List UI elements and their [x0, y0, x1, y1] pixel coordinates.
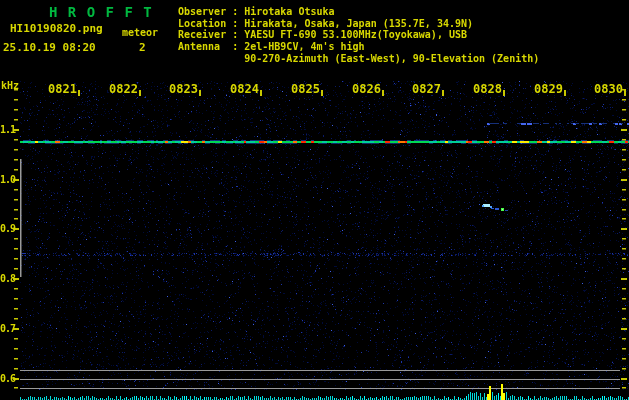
- meteor-count-label: meteor: [122, 28, 158, 38]
- freq-axis-label-1.1: 1.1: [0, 125, 14, 135]
- time-axis-label-0823: 0823: [166, 83, 198, 95]
- time-axis-label-0826: 0826: [349, 83, 381, 95]
- freq-axis-label-0.7: 0.7: [0, 324, 14, 334]
- freq-axis-label-0.9: 0.9: [0, 224, 14, 234]
- freq-axis-label-0.6: 0.6: [0, 374, 14, 384]
- time-axis-label-0829: 0829: [531, 83, 563, 95]
- station-info-block: Observer : Hirotaka Otsuka Location : Hi…: [178, 6, 539, 65]
- freq-axis-label-1: 1.0: [0, 175, 14, 185]
- time-axis-label-0828: 0828: [470, 83, 502, 95]
- freq-axis-label-0.8: 0.8: [0, 274, 14, 284]
- time-axis-label-0827: 0827: [409, 83, 441, 95]
- app-title: H R O F F T: [49, 5, 153, 19]
- time-axis-label-0821: 0821: [45, 83, 77, 95]
- freq-axis-unit-label: kHz: [1, 81, 19, 91]
- time-axis-label-0825: 0825: [288, 83, 320, 95]
- hrofft-screen: H R O F F T HI10190820.png meteor 25.10.…: [0, 0, 629, 400]
- output-filename: HI10190820.png: [10, 23, 103, 34]
- time-axis-label-0824: 0824: [227, 83, 259, 95]
- meteor-count-value: 2: [139, 42, 146, 53]
- observation-datetime: 25.10.19 08:20: [3, 42, 96, 53]
- time-axis-label-0830: 0830: [591, 83, 623, 95]
- time-axis-label-0822: 0822: [106, 83, 138, 95]
